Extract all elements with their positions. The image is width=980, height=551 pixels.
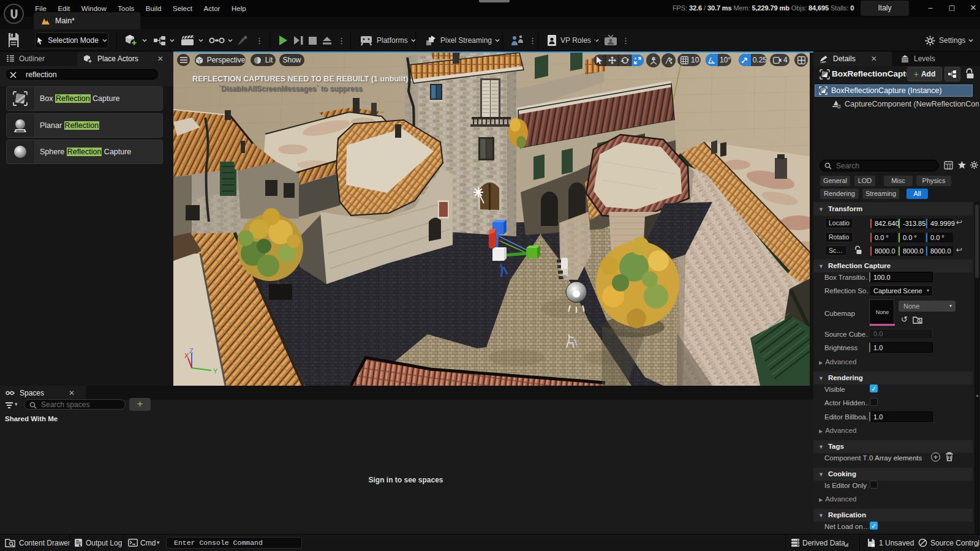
svg-text:Z: Z <box>189 347 194 354</box>
svg-text:X: X <box>184 352 189 359</box>
svg-text:Y: Y <box>213 367 218 375</box>
